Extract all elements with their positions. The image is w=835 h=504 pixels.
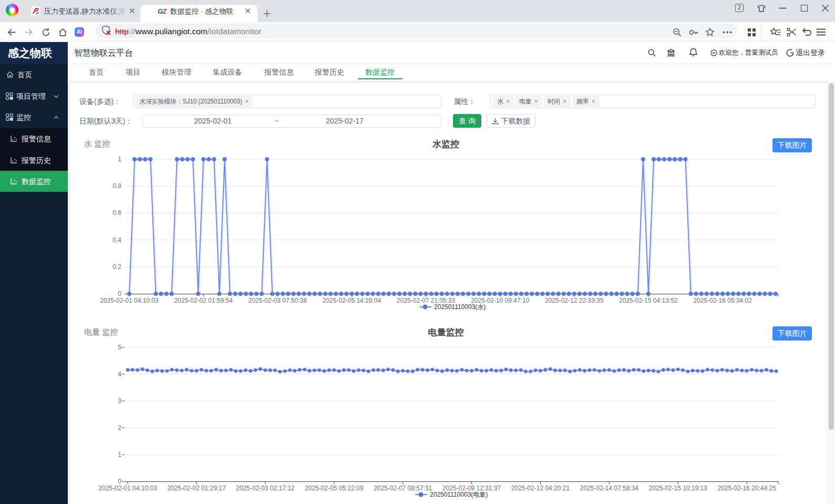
- svg-text:2025-02-01 04:10:03: 2025-02-01 04:10:03: [98, 485, 157, 492]
- svg-text:2025-02-16 20:44:25: 2025-02-16 20:44:25: [717, 485, 776, 492]
- svg-text:2025-02-14 07:58:34: 2025-02-14 07:58:34: [580, 485, 639, 492]
- svg-text:4: 4: [118, 371, 121, 378]
- svg-text:2025-02-15 04:13:52: 2025-02-15 04:13:52: [619, 297, 678, 304]
- svg-text:2025-02-12 22:33:35: 2025-02-12 22:33:35: [545, 297, 604, 304]
- svg-text:2025-02-05 14:28:04: 2025-02-05 14:28:04: [323, 297, 382, 304]
- svg-text:2025-02-15 10:19:13: 2025-02-15 10:19:13: [648, 485, 707, 492]
- svg-text:0.4: 0.4: [112, 236, 121, 244]
- svg-text:0.6: 0.6: [112, 209, 121, 217]
- svg-text:2025-02-12 04:20:21: 2025-02-12 04:20:21: [511, 485, 570, 492]
- svg-text:2025-02-02 01:29:17: 2025-02-02 01:29:17: [167, 485, 226, 492]
- svg-text:1: 1: [118, 451, 121, 458]
- svg-text:0: 0: [118, 478, 121, 485]
- svg-text:0.2: 0.2: [112, 263, 121, 271]
- svg-text:2025-02-03 02:17:12: 2025-02-03 02:17:12: [236, 485, 295, 492]
- svg-text:2025-02-05 05:22:09: 2025-02-05 05:22:09: [305, 485, 364, 492]
- svg-text:202501110003(电量): 202501110003(电量): [430, 491, 488, 498]
- svg-text:3: 3: [118, 397, 121, 405]
- svg-text:5: 5: [118, 344, 121, 351]
- svg-text:2: 2: [118, 424, 121, 431]
- svg-text:202501110003(水): 202501110003(水): [434, 303, 486, 311]
- svg-text:2025-02-02 01:59:54: 2025-02-02 01:59:54: [174, 297, 233, 304]
- svg-text:2025-02-03 07:50:38: 2025-02-03 07:50:38: [248, 297, 307, 304]
- svg-text:2025-02-16 05:34:02: 2025-02-16 05:34:02: [693, 297, 752, 304]
- svg-text:2025-02-01 04:10:03: 2025-02-01 04:10:03: [100, 297, 159, 304]
- svg-text:0.8: 0.8: [112, 182, 121, 190]
- svg-text:1: 1: [118, 156, 121, 163]
- svg-text:0: 0: [118, 290, 121, 297]
- svg-text:2025-02-07 08:57:31: 2025-02-07 08:57:31: [374, 485, 432, 492]
